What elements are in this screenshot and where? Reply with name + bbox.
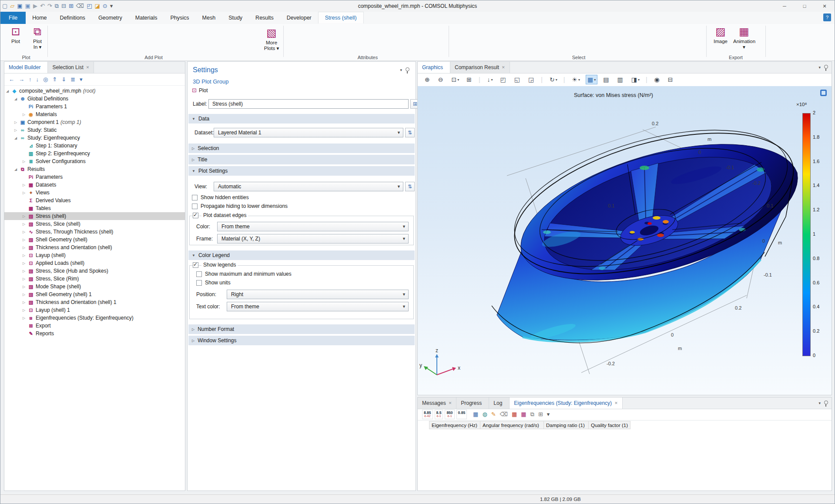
panel-tab[interactable]: Graphics (418, 62, 450, 73)
tree-toolbar-icon[interactable]: → (19, 76, 24, 83)
graphics-tool-icon[interactable]: ⊟ (666, 75, 676, 84)
pin-icon[interactable] (406, 67, 409, 71)
pin-icon[interactable] (824, 401, 828, 404)
tree-item[interactable]: ▷ ▧ Stress, Slice (shell) (4, 220, 185, 228)
graphics-tool-icon[interactable]: ◨▾ (630, 75, 641, 84)
plot-big-button[interactable]: ⧉PlotIn ▾ (27, 24, 48, 50)
table-tool-icon[interactable]: ▦ (521, 411, 526, 418)
tree-expander-icon[interactable]: ▷ (21, 183, 27, 187)
more-plots-button[interactable]: ▧MorePlots ▾ (261, 25, 282, 51)
table-tool-icon[interactable]: ▾ (547, 411, 550, 418)
section-plot-settings[interactable]: ▼Plot Settings (188, 166, 415, 176)
chevron-down-icon[interactable]: ▾ (818, 65, 821, 70)
number-format-button[interactable]: 8.85e-42 (422, 410, 433, 419)
view-switch-button[interactable]: ⇅ (405, 182, 415, 191)
panel-tab[interactable]: Selection List✕ (48, 62, 94, 73)
panel-tab[interactable]: Log (489, 397, 510, 409)
tree-expander-icon[interactable]: ▷ (21, 261, 27, 265)
tree-item[interactable]: ▷ ▧ Stress, Slice (Hub and Spokes) (4, 267, 185, 275)
tree-expander-icon[interactable]: ▷ (21, 285, 27, 289)
graphics-tool-icon[interactable]: | (645, 76, 649, 83)
help-button[interactable]: ? (823, 13, 831, 21)
tree-item[interactable]: ▷ ▧ Thickness and Orientation (shell) 1 (4, 298, 185, 306)
show-hidden-checkbox[interactable] (192, 195, 198, 200)
graphics-canvas[interactable]: Surface: von Mises stress (N/m²) (418, 86, 832, 395)
graphics-tool-icon[interactable]: ◱ (513, 75, 523, 84)
panel-tab[interactable]: Eigenfrequencies (Study: Eigenfrequency)… (510, 397, 622, 409)
maximize-button[interactable]: □ (795, 0, 815, 12)
minimize-button[interactable]: ─ (775, 0, 795, 12)
panel-tab[interactable]: Comparison Result✕ (450, 62, 510, 73)
tree-expander-icon[interactable]: ▷ (13, 120, 19, 124)
tree-item[interactable]: ▷ ◉ Materials (4, 110, 185, 118)
plot-dataset-edges-checkbox[interactable] (193, 213, 198, 218)
export-big-button[interactable]: ▦Animation▾ (733, 24, 755, 50)
tree-expander-icon[interactable]: ▷ (21, 316, 27, 320)
tree-item[interactable]: ⊠ Export (4, 322, 185, 330)
tree-item[interactable]: ▷ ⊡ Layup (shell) 1 (4, 306, 185, 314)
table-tool-icon[interactable]: ✎ (491, 411, 496, 418)
ribbon-tab[interactable]: Materials (129, 12, 164, 24)
graphics-tool-icon[interactable]: ▦▾ (586, 75, 597, 84)
tree-item[interactable]: ▷ ∿ Stress, Through Thickness (shell) (4, 228, 185, 236)
ribbon-tab[interactable]: Mesh (196, 12, 222, 24)
export-big-button[interactable]: ▨Image (710, 24, 731, 50)
section-selection[interactable]: ▷Selection (188, 144, 415, 153)
close-tab-icon[interactable]: ✕ (86, 62, 90, 73)
tree-item[interactable]: ▦ Tables (4, 204, 185, 212)
show-units-checkbox[interactable] (196, 280, 202, 286)
edge-color-combo[interactable]: From theme▼ (217, 222, 409, 231)
tree-expander-icon[interactable]: ▷ (13, 128, 19, 132)
tree-item[interactable]: ◢ ⧉ Results (4, 165, 185, 173)
tree-expander-icon[interactable]: ▷ (21, 222, 27, 226)
tree-item[interactable]: ▷ ▣ Component 1 (comp 1) (4, 118, 185, 126)
show-maxmin-checkbox[interactable] (196, 271, 202, 277)
tree-item[interactable]: ▷ ▧ Shell Geometry (shell) (4, 236, 185, 244)
dataset-switch-button[interactable]: ⇅ (405, 128, 415, 137)
graphics-tool-icon[interactable]: ☀▾ (570, 75, 582, 84)
section-window-settings[interactable]: ▷Window Settings (188, 336, 415, 345)
edge-frame-combo[interactable]: Material (X, Y, Z)▼ (217, 234, 409, 244)
ribbon-tab[interactable]: Home (26, 12, 53, 24)
tree-expander-icon[interactable]: ▷ (21, 246, 27, 250)
tree-item[interactable]: ▷ ▧ Mode Shape (shell) (4, 283, 185, 290)
label-input[interactable]: Stress (shell) (208, 99, 409, 109)
panel-tab[interactable]: Messages✕ (418, 397, 456, 409)
graphics-tool-icon[interactable]: ⊖ (436, 75, 446, 84)
chevron-down-icon[interactable]: ▾ (400, 68, 402, 72)
tree-expander-icon[interactable]: ▷ (21, 293, 27, 297)
section-data[interactable]: ▼Data (188, 114, 415, 123)
ribbon-tab[interactable]: File (0, 12, 26, 24)
table-tool-icon[interactable]: ⊞ (538, 411, 543, 418)
chevron-down-icon[interactable]: ▾ (818, 401, 821, 405)
graphics-tool-icon[interactable]: ↻▾ (548, 75, 559, 84)
tree-item[interactable]: ▷ ▧ Thickness and Orientation (shell) (4, 244, 185, 251)
ribbon-tab[interactable]: Developer (280, 12, 318, 24)
tree-toolbar-icon[interactable]: ← (9, 76, 14, 83)
panel-tab[interactable]: Model Builder (4, 62, 48, 73)
tree-expander-icon[interactable]: ▷ (21, 160, 27, 164)
graphics-tool-icon[interactable]: ↓▾ (486, 75, 495, 84)
ribbon-tab[interactable]: Physics (164, 12, 195, 24)
tree-expander-icon[interactable]: ▷ (21, 308, 27, 312)
propagate-hiding-checkbox[interactable] (192, 204, 198, 209)
tree-item[interactable]: ⊿ Step 1: Stationary (4, 142, 185, 150)
tree-expander-icon[interactable]: ▷ (21, 191, 27, 195)
tree-toolbar-icon[interactable]: ▾ (80, 76, 83, 83)
close-button[interactable]: ✕ (815, 0, 835, 12)
tree-expander-icon[interactable]: ▷ (21, 113, 27, 117)
table-tool-icon[interactable]: ⌫ (500, 411, 508, 418)
table-tool-icon[interactable]: ▦ (512, 411, 517, 418)
tree-item[interactable]: ◢ ⊛ Global Definitions (4, 95, 185, 103)
tree-item[interactable]: ▷ ⊡ Applied Loads (shell) (4, 259, 185, 267)
section-number-format[interactable]: ▷Number Format (188, 324, 415, 334)
graphics-tool-icon[interactable]: | (563, 76, 567, 83)
tree-item[interactable]: ◢ ◆ composite_wheel_rim.mph (root) (4, 87, 185, 95)
tree-expander-icon[interactable]: ▷ (21, 238, 27, 242)
graphics-tool-icon[interactable]: ▥ (615, 75, 625, 84)
ribbon-tab[interactable]: Definitions (54, 12, 92, 24)
tree-toolbar-icon[interactable]: ◎ (43, 76, 48, 83)
tree-expander-icon[interactable]: ▷ (21, 269, 27, 273)
graphics-tool-icon[interactable]: ⊡▾ (449, 75, 461, 84)
tree-item[interactable]: Pi Parameters (4, 173, 185, 181)
